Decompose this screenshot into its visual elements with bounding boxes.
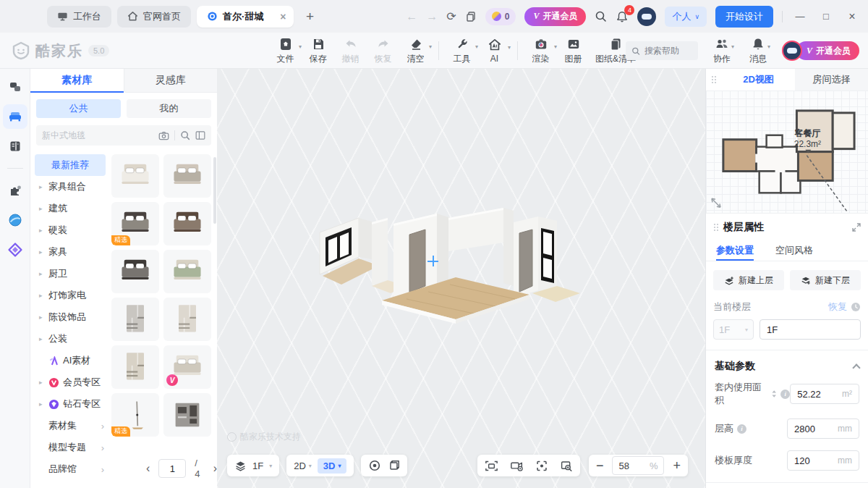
refresh-icon[interactable]: ⟳	[446, 9, 456, 23]
category-8[interactable]: ▸公装	[35, 328, 110, 350]
house-3d-model[interactable]	[217, 69, 705, 488]
open-membership-button[interactable]: V 开通会员	[796, 41, 859, 60]
window-minimize-button[interactable]: —	[791, 11, 809, 22]
category-13[interactable]: 模型专题›	[35, 437, 110, 458]
collaborate-button[interactable]: 协作 ▾	[710, 37, 734, 65]
thumbnail-bed-2[interactable]: 精选	[111, 202, 159, 245]
thumbnail-bed-5[interactable]	[163, 250, 211, 293]
basic-params-header[interactable]: 基础参数	[706, 350, 868, 381]
floor-name-input[interactable]: 1F	[760, 319, 861, 340]
mode-2d-button[interactable]: 2D ▾	[294, 460, 312, 471]
category-2[interactable]: ▸建筑	[35, 198, 110, 219]
param-input[interactable]: 2800mm	[787, 418, 859, 439]
thumbnail-bed-0[interactable]	[111, 154, 159, 198]
tab-parameter-settings[interactable]: 参数设置	[716, 240, 754, 261]
toolbar-file-button[interactable]: 文件▾	[269, 37, 302, 65]
tab-2d-view[interactable]: 2D视图	[722, 69, 795, 91]
category-5[interactable]: ▸厨卫	[35, 263, 110, 285]
help-search-box[interactable]	[626, 41, 698, 60]
browser-tab-0[interactable]: 工作台	[47, 6, 111, 28]
tab-room-select[interactable]: 房间选择	[795, 69, 868, 91]
category-12[interactable]: 素材集›	[35, 415, 110, 437]
prev-page-button[interactable]: ‹	[146, 462, 150, 475]
thumbnail-bed-9[interactable]: V	[163, 345, 211, 389]
category-9[interactable]: AI素材	[35, 350, 110, 371]
tab-material-library[interactable]: 素材库	[30, 69, 124, 93]
new-tab-button[interactable]: +	[299, 6, 321, 28]
sidebar-item-brand-app[interactable]	[3, 237, 27, 262]
browser-tab-1[interactable]: 官网首页	[117, 6, 191, 28]
membership-promo[interactable]: V 开通会员	[782, 41, 859, 61]
image-search-camera-icon[interactable]	[158, 131, 169, 140]
drag-handle-icon[interactable]	[706, 69, 722, 91]
visibility-eye-icon[interactable]	[368, 459, 381, 472]
category-0[interactable]: 最新推荐	[35, 154, 106, 176]
opacity-section-header[interactable]: 户型不透明度 Y	[706, 483, 868, 488]
thumbnail-cabinet-11[interactable]	[163, 393, 211, 437]
window-maximize-button[interactable]: □	[817, 11, 835, 22]
catalog-search-box[interactable]	[36, 125, 211, 146]
focus-center-icon[interactable]	[535, 460, 548, 472]
info-icon[interactable]: i	[737, 424, 746, 434]
close-tab-icon[interactable]: ×	[280, 11, 286, 22]
page-number-input[interactable]	[158, 459, 186, 478]
zoom-in-button[interactable]: +	[673, 458, 681, 474]
tab-space-style[interactable]: 空间风格	[775, 240, 813, 261]
floor-plan-minimap[interactable]: 客餐厅 22.3m²	[706, 91, 868, 214]
tab-inspiration-library[interactable]: 灵感库	[124, 69, 218, 93]
thumbnail-lamp-10[interactable]: 精选	[111, 393, 159, 437]
zoom-out-button[interactable]: −	[596, 458, 604, 474]
sidebar-item-floorplan[interactable]	[3, 75, 27, 99]
search-icon[interactable]	[595, 10, 607, 22]
param-input[interactable]: 52.22m²	[790, 384, 859, 404]
thumbnail-wardrobe-8[interactable]	[111, 345, 159, 389]
new-lower-floor-button[interactable]: 新建下层	[790, 270, 861, 290]
zoom-level-box[interactable]: 58 %	[612, 456, 664, 475]
toolbar-wrench-button[interactable]: 工具▾	[446, 37, 478, 65]
toolbar-camera-button[interactable]: 渲染▾	[524, 37, 557, 65]
scope-public-button[interactable]: 公共	[36, 99, 121, 118]
toolbar-eraser-button[interactable]: 清空▾	[399, 37, 432, 65]
catalog-search-input[interactable]	[42, 130, 153, 140]
category-7[interactable]: ▸陈设饰品	[35, 306, 110, 328]
camera-view-icon[interactable]	[485, 460, 498, 472]
toolbar-ai-house-button[interactable]: AI▾	[478, 38, 511, 64]
camera-settings-icon[interactable]	[510, 460, 524, 472]
thumbnail-wardrobe-6[interactable]	[111, 298, 159, 341]
category-1[interactable]: ▸家具组合	[35, 176, 110, 198]
zoom-area-icon[interactable]	[560, 460, 573, 472]
notification-bell-icon[interactable]: 4	[616, 10, 629, 23]
open-membership-button[interactable]: V 开通会员	[524, 7, 586, 26]
coin-balance[interactable]: 0	[485, 8, 516, 25]
category-11[interactable]: ▸钻石专区	[35, 393, 110, 415]
thumbnail-scrollbar[interactable]	[213, 157, 216, 224]
design-canvas[interactable]: 酷家乐技术支持 1F ▾ 2D ▾ 3D ▾	[217, 69, 705, 488]
sidebar-item-design-tool[interactable]	[3, 208, 27, 232]
start-design-button[interactable]: 开始设计	[715, 6, 773, 28]
search-icon[interactable]	[180, 130, 190, 140]
sidebar-item-custom-cabinet[interactable]	[3, 134, 27, 159]
new-upper-floor-button[interactable]: 新建上层	[713, 270, 784, 290]
param-input[interactable]: 120mm	[787, 450, 859, 471]
category-14[interactable]: 品牌馆›	[35, 458, 110, 480]
sidebar-item-furnish[interactable]	[3, 104, 27, 129]
split-view-icon[interactable]	[195, 130, 205, 140]
sidebar-item-plugins[interactable]	[3, 178, 27, 203]
window-close-button[interactable]: ×	[843, 10, 861, 23]
messages-button[interactable]: 消息 ▾	[746, 37, 770, 65]
cube-view-icon[interactable]	[387, 459, 400, 472]
thumbnail-bed-4[interactable]	[111, 250, 159, 293]
assistant-avatar[interactable]	[637, 7, 656, 26]
info-icon[interactable]: i	[780, 390, 790, 399]
browser-tab-2[interactable]: 首尔·甜城×	[197, 6, 294, 28]
nav-forward-icon[interactable]: →	[426, 10, 438, 23]
floor-select-dropdown[interactable]: 1F ▾	[713, 319, 754, 340]
stepper-icon[interactable]	[771, 390, 777, 398]
toolbar-album-button[interactable]: 图册	[557, 37, 590, 65]
category-4[interactable]: ▸家具	[35, 241, 110, 263]
thumbnail-bed-1[interactable]	[163, 154, 211, 198]
category-6[interactable]: ▸灯饰家电	[35, 285, 110, 306]
thumbnail-bed-3[interactable]	[163, 202, 211, 245]
thumbnail-wardrobe-7[interactable]	[163, 298, 211, 341]
category-3[interactable]: ▸硬装	[35, 219, 110, 241]
